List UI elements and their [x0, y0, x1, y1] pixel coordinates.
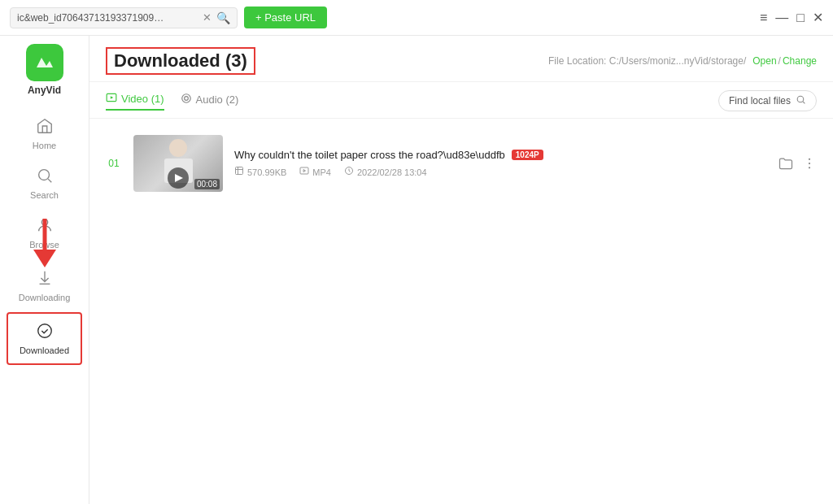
- svg-point-0: [38, 170, 49, 180]
- find-local-files-button[interactable]: Find local files: [718, 90, 817, 111]
- sidebar-item-search-label: Search: [30, 190, 59, 200]
- video-index: 01: [106, 158, 122, 169]
- find-local-label: Find local files: [729, 95, 791, 106]
- sidebar-item-home[interactable]: Home: [0, 109, 89, 159]
- format-icon: [299, 166, 309, 178]
- video-thumbnail[interactable]: 00:08: [133, 135, 223, 192]
- menu-icon[interactable]: ≡: [760, 11, 767, 24]
- svg-line-1: [48, 179, 51, 182]
- tab-audio-label: Audio (2): [196, 93, 239, 106]
- find-local-search-icon: [796, 94, 806, 107]
- sidebar-item-downloading[interactable]: Downloading: [0, 261, 89, 311]
- folder-button[interactable]: [778, 155, 794, 172]
- video-info: Why couldn't the toilet paper cross the …: [234, 149, 766, 178]
- video-title-text: Why couldn't the toilet paper cross the …: [234, 149, 505, 161]
- thumb-head: [169, 139, 187, 157]
- more-options-button[interactable]: [802, 156, 817, 171]
- sidebar-item-downloaded[interactable]: Downloaded: [7, 312, 82, 365]
- svg-point-9: [797, 96, 804, 102]
- close-icon[interactable]: ✕: [813, 11, 823, 24]
- svg-rect-11: [236, 167, 243, 175]
- content-header: Downloaded (3) File Location: C:/Users/m…: [89, 36, 833, 82]
- table-row: 01 00:08 Why couldn't the toilet pap: [106, 128, 817, 198]
- file-location-sep: /: [778, 55, 781, 67]
- maximize-icon[interactable]: □: [796, 11, 805, 24]
- svg-point-15: [809, 163, 810, 164]
- logo-icon: [26, 44, 63, 81]
- svg-point-14: [809, 159, 810, 160]
- page-title: Downloaded (3): [106, 47, 255, 75]
- paste-url-button[interactable]: + Paste URL: [244, 7, 327, 28]
- tab-video-label: Video (1): [121, 93, 164, 105]
- logo-area: AnyVid: [26, 44, 63, 96]
- size-icon: [234, 166, 244, 178]
- logo-label: AnyVid: [28, 85, 61, 96]
- search-icon: [36, 167, 54, 189]
- content-area: Downloaded (3) File Location: C:/Users/m…: [89, 36, 833, 504]
- svg-point-8: [181, 93, 190, 102]
- url-search-icon[interactable]: 🔍: [216, 11, 230, 24]
- play-button[interactable]: [168, 167, 189, 189]
- video-list: 01 00:08 Why couldn't the toilet pap: [89, 119, 833, 504]
- meta-format-value: MP4: [312, 167, 331, 177]
- url-close-icon[interactable]: ✕: [203, 11, 212, 24]
- arrow-indicator: [30, 219, 59, 271]
- main-layout: AnyVid Home Search: [0, 36, 833, 504]
- meta-date: 2022/02/28 13:04: [344, 166, 427, 178]
- sidebar: AnyVid Home Search: [0, 36, 89, 504]
- sidebar-item-search[interactable]: Search: [0, 159, 89, 208]
- svg-point-5: [37, 324, 51, 338]
- date-icon: [344, 166, 354, 178]
- window-controls: ≡ — □ ✕: [760, 11, 823, 24]
- sidebar-item-downloading-label: Downloading: [19, 293, 71, 302]
- svg-rect-12: [300, 167, 308, 174]
- content-tabs: Video (1) Audio (2) Find local files: [89, 82, 833, 119]
- meta-size-value: 570.99KB: [247, 167, 286, 177]
- video-actions: [778, 155, 817, 172]
- svg-line-10: [803, 102, 805, 103]
- change-link[interactable]: Change: [783, 55, 817, 67]
- open-link[interactable]: Open: [752, 55, 776, 67]
- video-duration: 00:08: [194, 179, 220, 189]
- tab-audio[interactable]: Audio (2): [181, 93, 239, 110]
- home-icon: [36, 117, 54, 139]
- downloading-icon: [36, 269, 54, 291]
- file-location-label: File Location: C:/Users/moniz...nyVid/st…: [548, 55, 746, 67]
- meta-format: MP4: [299, 166, 331, 178]
- url-text: ic&web_id70643713193371909…: [17, 12, 198, 24]
- audio-tab-icon: [181, 93, 192, 106]
- titlebar: ic&web_id70643713193371909… ✕ 🔍 + Paste …: [0, 0, 833, 36]
- sidebar-item-home-label: Home: [33, 141, 56, 150]
- svg-marker-4: [33, 250, 56, 267]
- tab-video[interactable]: Video (1): [106, 92, 164, 111]
- svg-point-16: [809, 167, 810, 168]
- video-meta: 570.99KB MP4: [234, 166, 766, 178]
- meta-date-value: 2022/02/28 13:04: [357, 167, 427, 177]
- video-tab-icon: [106, 92, 117, 106]
- meta-size: 570.99KB: [234, 166, 286, 178]
- svg-point-7: [184, 96, 188, 100]
- downloaded-icon: [36, 322, 54, 344]
- minimize-icon[interactable]: —: [775, 11, 788, 24]
- video-title-row: Why couldn't the toilet paper cross the …: [234, 149, 766, 161]
- quality-badge: 1024P: [512, 150, 543, 160]
- url-bar[interactable]: ic&web_id70643713193371909… ✕ 🔍: [10, 7, 238, 28]
- sidebar-item-downloaded-label: Downloaded: [20, 345, 69, 355]
